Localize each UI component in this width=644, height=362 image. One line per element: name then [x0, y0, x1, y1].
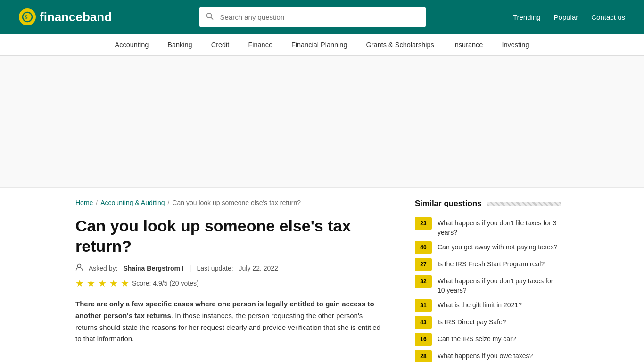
badge-4: 31 [415, 299, 432, 312]
contact-link[interactable]: Contact us [591, 13, 625, 21]
cat-insurance[interactable]: Insurance [452, 41, 484, 49]
badge-7: 28 [415, 350, 432, 362]
cat-accounting[interactable]: Accounting [114, 41, 150, 49]
search-bar [199, 7, 426, 27]
breadcrumb-current: Can you look up someone else's tax retur… [172, 199, 301, 206]
svg-point-4 [78, 264, 81, 268]
last-update-label: Last update: [197, 264, 233, 272]
site-header: © financeband Trending Popular Contact u… [0, 0, 644, 34]
similar-header: Similar questions [415, 199, 561, 208]
search-icon [206, 13, 214, 22]
last-update-date: July 22, 2022 [239, 264, 278, 272]
trending-link[interactable]: Trending [513, 13, 541, 21]
cat-credit[interactable]: Credit [210, 41, 231, 49]
logo[interactable]: © financeband [19, 8, 112, 25]
sidebar: Similar questions 23 What happens if you… [405, 188, 580, 362]
badge-6: 16 [415, 333, 432, 346]
breadcrumb-sep-1: / [96, 199, 98, 206]
similar-item-text-2: Is the IRS Fresh Start Program real? [438, 258, 545, 269]
badge-2: 27 [415, 258, 432, 271]
article-meta: Asked by: Shaina Bergstrom I | Last upda… [75, 263, 387, 273]
article-title: Can you look up someone else's tax retur… [75, 216, 387, 256]
main-content: Home / Accounting & Auditing / Can you l… [0, 188, 644, 362]
article-section: Home / Accounting & Auditing / Can you l… [0, 188, 405, 362]
list-item[interactable]: 31 What is the gift limit in 2021? [415, 299, 561, 312]
similar-deco [487, 202, 561, 206]
user-icon [75, 263, 83, 273]
similar-item-text-6: Can the IRS seize my car? [438, 333, 516, 344]
list-item[interactable]: 32 What happens if you don't pay taxes f… [415, 275, 561, 295]
badge-3: 32 [415, 275, 432, 288]
star-3: ★ [98, 278, 107, 289]
ad-banner [0, 56, 644, 188]
star-1: ★ [75, 278, 84, 289]
similar-questions-list: 23 What happens if you don't file taxes … [415, 217, 561, 362]
asked-by-label: Asked by: [89, 264, 117, 272]
logo-icon: © [19, 8, 36, 25]
similar-item-text-0: What happens if you don't file taxes for… [438, 217, 561, 237]
similar-item-text-3: What happens if you don't pay taxes for … [438, 275, 561, 295]
breadcrumb-sep-2: / [167, 199, 169, 206]
popular-link[interactable]: Popular [554, 13, 578, 21]
star-2: ★ [87, 278, 95, 289]
list-item[interactable]: 28 What happens if you owe taxes? [415, 350, 561, 362]
breadcrumb: Home / Accounting & Auditing / Can you l… [75, 199, 387, 206]
badge-0: 23 [415, 217, 432, 230]
cat-banking[interactable]: Banking [166, 41, 193, 49]
list-item[interactable]: 23 What happens if you don't file taxes … [415, 217, 561, 237]
search-input[interactable] [199, 7, 426, 27]
logo-text: financeband [40, 10, 112, 25]
list-item[interactable]: 40 Can you get away with not paying taxe… [415, 241, 561, 254]
svg-text:©: © [25, 14, 28, 20]
star-5: ★ [121, 278, 129, 289]
cat-finance[interactable]: Finance [247, 41, 273, 49]
badge-1: 40 [415, 241, 432, 254]
list-item[interactable]: 43 Is IRS Direct pay Safe? [415, 316, 561, 329]
rating-row: ★ ★ ★ ★ ★ Score: 4.9/5 (20 votes) [75, 278, 387, 289]
article-body: There are only a few specific cases wher… [75, 298, 387, 345]
score-text: Score: 4.9/5 (20 votes) [132, 280, 199, 287]
breadcrumb-category[interactable]: Accounting & Auditing [100, 199, 165, 206]
svg-line-3 [211, 17, 213, 19]
similar-item-text-1: Can you get away with not paying taxes? [438, 241, 558, 252]
similar-item-text-4: What is the gift limit in 2021? [438, 299, 522, 310]
badge-5: 43 [415, 316, 432, 329]
author-name: Shaina Bergstrom I [123, 264, 183, 272]
meta-separator: | [190, 264, 191, 272]
similar-questions-title: Similar questions [415, 199, 482, 208]
breadcrumb-home[interactable]: Home [75, 199, 93, 206]
cat-financial-planning[interactable]: Financial Planning [290, 41, 348, 49]
cat-investing[interactable]: Investing [501, 41, 530, 49]
similar-item-text-7: What happens if you owe taxes? [438, 350, 533, 361]
similar-item-text-5: Is IRS Direct pay Safe? [438, 316, 506, 327]
list-item[interactable]: 16 Can the IRS seize my car? [415, 333, 561, 346]
list-item[interactable]: 27 Is the IRS Fresh Start Program real? [415, 258, 561, 271]
header-nav: Trending Popular Contact us [513, 13, 625, 21]
cat-grants-scholarships[interactable]: Grants & Scholarships [365, 41, 435, 49]
category-nav: Accounting Banking Credit Finance Financ… [0, 34, 644, 56]
star-4: ★ [109, 278, 118, 289]
